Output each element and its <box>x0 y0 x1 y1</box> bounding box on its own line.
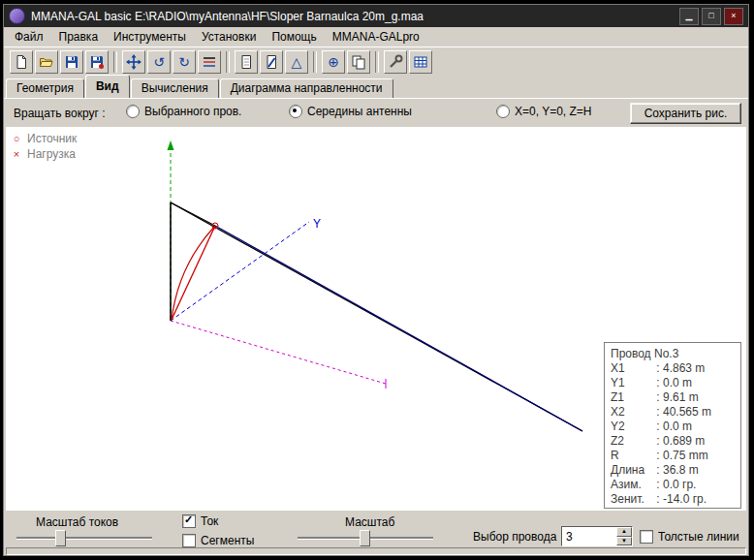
blank-page-button[interactable] <box>235 50 258 74</box>
legend-source-label: Источник <box>27 132 77 145</box>
center-view-button[interactable]: ⊕ <box>322 50 345 74</box>
wire-info-row: X1:4.863 m <box>611 361 735 376</box>
slider-track[interactable] <box>16 537 152 540</box>
wire-edit-icon <box>202 54 217 70</box>
rotate-around-label: Вращать вокруг : <box>14 107 105 120</box>
tab-page-edge <box>4 98 748 99</box>
close-icon: × <box>731 11 736 20</box>
edit-angle-button[interactable] <box>260 50 283 74</box>
table-icon <box>413 54 428 70</box>
copy-button[interactable] <box>347 50 370 74</box>
status-bar <box>6 547 746 555</box>
wire-info-row: Длина:36.8 m <box>611 463 735 478</box>
radio-selected-wire[interactable]: Выбранного пров. <box>126 105 241 118</box>
rotate-cw-icon: ↻ <box>178 55 190 69</box>
wire-edit-button[interactable] <box>198 50 221 74</box>
wire-select-spinner: ▲ ▼ <box>561 526 633 546</box>
source-marker-icon: ○ <box>12 133 21 144</box>
toolbar-separator <box>226 51 230 73</box>
y-axis-line: Y <box>171 217 321 321</box>
scale-slider[interactable] <box>298 530 433 546</box>
slider-thumb[interactable] <box>55 530 66 546</box>
toolbar-separator <box>113 51 117 73</box>
wire-info-row: Азим.:0.0 гр. <box>611 478 735 492</box>
svg-text:Y: Y <box>313 217 321 231</box>
window-controls: ▁ □ × <box>679 8 743 25</box>
wire-info-row: R:0.75 mm <box>611 449 735 463</box>
move-view-button[interactable] <box>122 50 145 74</box>
tab-bar: Геометрия Вид Вычисления Диаграмма напра… <box>6 76 748 98</box>
menu-mmana-gal-pro[interactable]: MMANA-GALpro <box>325 28 427 46</box>
wire-info-row: Y1:0.0 m <box>611 376 735 390</box>
legend: ○ Источник × Нагрузка <box>12 131 77 162</box>
spinner-buttons: ▲ ▼ <box>616 527 632 545</box>
screen-background: MMANA-GAL basic E:\RADIO\myAntenna\HF\Sl… <box>0 0 754 560</box>
antenna-view-canvas[interactable]: Y <box>6 127 746 511</box>
legend-load-label: Нагрузка <box>27 147 76 161</box>
tools-icon <box>388 54 403 70</box>
checkbox-label: Толстые линии <box>658 530 739 544</box>
rotate-ccw-button[interactable]: ↺ <box>147 50 171 74</box>
spin-down-icon: ▼ <box>621 538 627 544</box>
slider-thumb[interactable] <box>360 530 370 546</box>
rotate-ccw-icon: ↺ <box>153 55 165 69</box>
segments-checkbox[interactable]: Сегменты <box>182 534 254 547</box>
save-as-button[interactable] <box>85 50 109 74</box>
maximize-icon: □ <box>708 11 713 20</box>
vertical-element-wire <box>172 226 215 320</box>
menu-tools[interactable]: Инструменты <box>106 28 194 46</box>
radio-antenna-center[interactable]: Середины антенны <box>289 105 412 118</box>
menu-file[interactable]: Файл <box>7 28 51 46</box>
delta-button[interactable]: △ <box>285 50 308 74</box>
save-button[interactable] <box>60 50 83 74</box>
wire-info-box: Провод No.3 X1:4.863 m Y1:0.0 m Z1:9.61 … <box>604 342 741 509</box>
save-as-icon <box>89 54 105 70</box>
options-button[interactable] <box>384 50 407 74</box>
checkbox-label: Сегменты <box>201 534 254 547</box>
titlebar[interactable]: MMANA-GAL basic E:\RADIO\myAntenna\HF\Sl… <box>4 5 748 27</box>
wire-select-label: Выбор провода <box>473 530 556 544</box>
minimize-icon: ▁ <box>686 11 693 20</box>
radio-label: Выбранного пров. <box>144 105 241 118</box>
tab-pattern[interactable]: Диаграмма направленности <box>220 78 393 98</box>
delta-icon: △ <box>292 55 302 69</box>
menu-settings[interactable]: Установки <box>194 28 264 46</box>
copy-icon <box>351 54 366 70</box>
spin-up-button[interactable]: ▲ <box>616 527 632 537</box>
wire-select-input[interactable] <box>562 527 614 545</box>
checkbox-label: Ток <box>201 514 218 528</box>
wire-info-row: X2:40.565 m <box>611 405 735 420</box>
x-axis-line <box>171 321 386 389</box>
open-folder-icon <box>39 54 54 70</box>
rotate-cw-button[interactable]: ↻ <box>173 50 196 74</box>
table-button[interactable] <box>409 50 432 74</box>
thick-lines-checkbox[interactable]: Толстые линии <box>640 530 739 544</box>
radio-origin[interactable]: X=0, Y=0, Z=H <box>496 105 592 118</box>
current-scale-slider[interactable] <box>16 530 152 546</box>
legend-load: × Нагрузка <box>12 146 77 162</box>
toolbar-separator <box>313 51 317 73</box>
new-file-button[interactable] <box>10 50 33 74</box>
tab-view[interactable]: Вид <box>85 75 130 98</box>
menu-help[interactable]: Помощь <box>264 28 324 46</box>
save-picture-button[interactable]: Сохранить рис. <box>630 103 741 124</box>
menu-edit[interactable]: Правка <box>51 28 107 46</box>
close-button[interactable]: × <box>724 8 743 25</box>
maximize-button[interactable]: □ <box>702 8 721 25</box>
tab-calculations[interactable]: Вычисления <box>131 78 219 98</box>
app-icon[interactable] <box>9 8 25 24</box>
window-title: MMANA-GAL basic E:\RADIO\myAntenna\HF\Sl… <box>31 10 424 23</box>
sloper-wire-2 <box>215 226 582 431</box>
current-scale-label: Масштаб токов <box>36 515 118 529</box>
toolbar: ↺ ↻ △ ⊕ <box>4 47 748 77</box>
open-file-button[interactable] <box>35 50 58 74</box>
checkbox-icon <box>640 530 653 544</box>
spin-down-button[interactable]: ▼ <box>616 537 632 546</box>
current-checkbox[interactable]: Ток <box>182 514 218 528</box>
radio-icon <box>289 105 302 118</box>
legend-source: ○ Источник <box>12 131 77 146</box>
save-icon <box>64 54 79 70</box>
tab-geometry[interactable]: Геометрия <box>6 78 84 98</box>
minimize-button[interactable]: ▁ <box>679 8 699 25</box>
app-window: MMANA-GAL basic E:\RADIO\myAntenna\HF\Sl… <box>3 4 749 556</box>
